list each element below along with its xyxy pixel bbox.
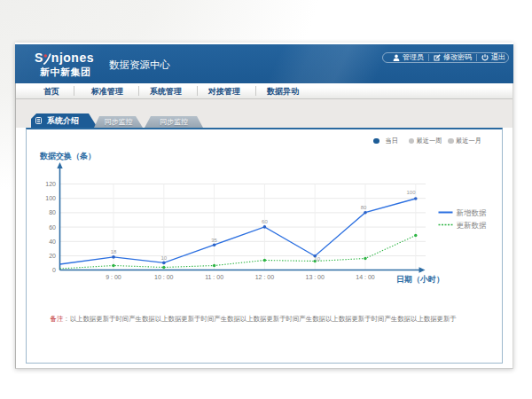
svg-text:20: 20 [49, 253, 56, 259]
svg-text:14 : 00: 14 : 00 [356, 274, 375, 280]
svg-text:11 : 00: 11 : 00 [205, 274, 223, 280]
svg-text:40: 40 [49, 239, 56, 245]
svg-text:60: 60 [49, 224, 56, 231]
svg-text:100: 100 [406, 190, 416, 195]
svg-text:9 : 00: 9 : 00 [106, 274, 121, 280]
svg-text:120: 120 [45, 181, 56, 187]
svg-text:10: 10 [160, 255, 167, 261]
svg-text:更新数据: 更新数据 [456, 221, 487, 230]
svg-text:18: 18 [110, 249, 116, 254]
svg-text:35: 35 [211, 238, 217, 243]
svg-text:12 : 00: 12 : 00 [254, 274, 274, 280]
svg-text:60: 60 [262, 219, 268, 224]
svg-text:80: 80 [49, 209, 56, 215]
svg-text:日期（小时）: 日期（小时） [396, 275, 444, 284]
svg-text:100: 100 [45, 195, 56, 201]
svg-text:0: 0 [52, 267, 56, 273]
svg-text:新增数据: 新增数据 [456, 208, 487, 217]
svg-text:13 : 00: 13 : 00 [305, 274, 325, 280]
svg-text:80: 80 [360, 205, 366, 210]
svg-text:数据交换（条）: 数据交换（条） [39, 152, 96, 160]
svg-text:10 : 00: 10 : 00 [154, 274, 174, 280]
svg-text:10: 10 [314, 256, 320, 262]
